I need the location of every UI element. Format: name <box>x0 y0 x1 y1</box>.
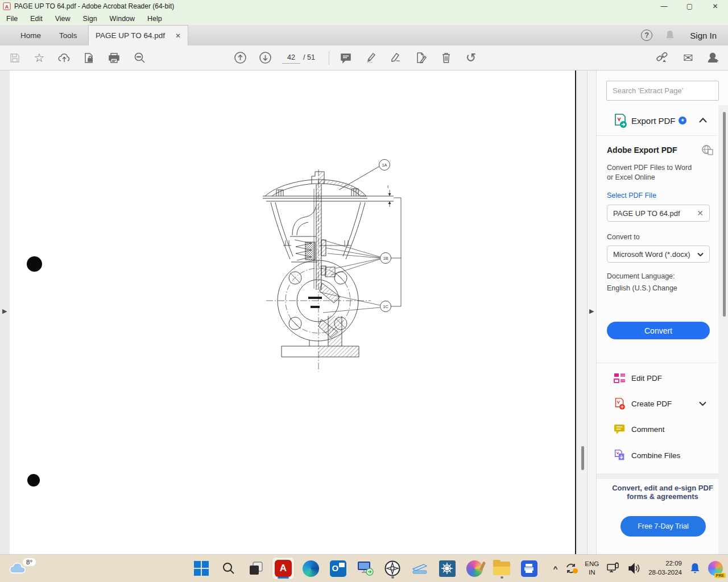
favorite-star-icon[interactable]: ☆ <box>31 45 48 70</box>
sidebar-item-edit-pdf[interactable]: Edit PDF <box>597 372 728 392</box>
volume-icon[interactable] <box>627 562 641 575</box>
comment-icon[interactable] <box>337 45 354 70</box>
export-pdf-label: Export PDF <box>631 116 676 126</box>
menu-help[interactable]: Help <box>141 15 168 23</box>
fill-sign-icon[interactable] <box>387 45 404 70</box>
windows-logo-icon <box>194 561 209 576</box>
export-pdf-icon <box>614 114 627 128</box>
free-trial-button[interactable]: Free 7-Day Trial <box>621 516 706 537</box>
sync-status-icon[interactable] <box>565 562 577 575</box>
edge-icon <box>303 560 319 577</box>
sidebar-item-combine-files[interactable]: Combine Files <box>597 450 728 469</box>
weather-temp: 8° <box>23 558 36 566</box>
drawing-label-1c: 1C <box>383 304 388 309</box>
menu-view[interactable]: View <box>49 15 77 23</box>
compass-app-icon <box>384 560 401 577</box>
menu-edit[interactable]: Edit <box>24 15 49 23</box>
format-value: Microsoft Word (*.docx) <box>613 250 690 259</box>
sidebar-item-create-pdf[interactable]: Create PDF <box>597 398 728 417</box>
export-pdf-header[interactable]: Export PDF ★ <box>597 113 728 131</box>
taskbar-file-explorer-button[interactable] <box>491 558 512 579</box>
tab-document[interactable]: PAGE UP TO 64.pdf ✕ <box>88 25 188 45</box>
sign-in-button[interactable]: Sign In <box>690 31 717 40</box>
share-link-icon[interactable] <box>653 45 671 70</box>
change-language-link[interactable]: Change <box>652 284 677 292</box>
file-explorer-icon <box>493 562 510 575</box>
print-icon[interactable] <box>105 45 122 70</box>
taskbar-scanner-button[interactable] <box>409 558 431 579</box>
tab-tools[interactable]: Tools <box>44 25 92 45</box>
document-scrollbar[interactable] <box>577 70 587 554</box>
doc-language-value: English (U.S.) <box>607 284 651 292</box>
system-tray: ^ ENG IN 22:09 28-03-2024 PRE <box>553 555 723 582</box>
edit-page-icon[interactable] <box>412 45 429 70</box>
taskbar-remote-desktop-button[interactable] <box>354 558 376 579</box>
taskbar-search-icon <box>222 562 235 575</box>
document-scrollbar-thumb[interactable] <box>581 446 584 470</box>
sidebar-item-comment[interactable]: Comment <box>597 423 728 443</box>
save-icon[interactable] <box>7 45 23 70</box>
nav-pane-expand-icon[interactable]: ▶ <box>2 307 7 315</box>
doc-language-label: Document Language: <box>607 272 675 280</box>
notifications-bell-icon[interactable] <box>665 30 675 41</box>
language-indicator[interactable]: ENG IN <box>585 560 599 577</box>
convert-button[interactable]: Convert <box>607 322 710 339</box>
panel-collapse-icon[interactable]: ▶ <box>589 307 594 315</box>
search-zoom-icon[interactable] <box>131 45 149 70</box>
tab-close-icon[interactable]: ✕ <box>175 32 181 40</box>
share-cloud-icon[interactable] <box>56 45 73 70</box>
tray-notification-bell-icon[interactable] <box>689 562 701 575</box>
promo-text-line1: Convert, edit and e-sign PDF <box>597 484 728 492</box>
taskbar-start-button[interactable] <box>191 558 212 579</box>
copilot-icon[interactable]: PRE <box>708 561 723 576</box>
delete-pages-icon[interactable] <box>437 45 454 70</box>
menu-sign[interactable]: Sign <box>77 15 104 23</box>
menu-file[interactable]: File <box>0 15 24 23</box>
taskbar-compass-app-button[interactable] <box>382 558 403 579</box>
previous-page-icon[interactable] <box>231 45 249 70</box>
select-pdf-file-link[interactable]: Select PDF File <box>607 191 656 201</box>
remove-file-icon[interactable]: ✕ <box>697 209 704 218</box>
taskbar-acrobat-button[interactable]: A <box>272 558 294 579</box>
tab-document-label: PAGE UP TO 64.pdf <box>96 31 165 40</box>
taskbar-paint-button[interactable] <box>464 558 485 579</box>
drawing-label-1b: 1B <box>383 256 388 261</box>
menu-window[interactable]: Window <box>104 15 141 23</box>
acrobat-taskbar-icon: A <box>275 560 292 577</box>
format-dropdown[interactable]: Microsoft Word (*.docx) <box>607 246 710 263</box>
weather-widget[interactable]: 8° <box>8 558 48 579</box>
selected-file-name: PAGE UP TO 64.pdf <box>613 209 680 218</box>
sidebar-scrollbar-thumb[interactable] <box>723 112 726 317</box>
help-icon[interactable]: ? <box>641 30 652 41</box>
email-icon[interactable]: ✉ <box>679 45 697 70</box>
tray-expand-icon[interactable]: ^ <box>553 564 558 573</box>
export-page-lock-icon[interactable] <box>80 45 97 70</box>
minimize-button[interactable]: — <box>651 0 677 13</box>
taskbar-edge-button[interactable] <box>300 558 321 579</box>
acrobat-app-icon: A <box>3 2 11 10</box>
create-pdf-chevron-icon[interactable] <box>699 401 706 406</box>
taskbar-search-button[interactable] <box>218 558 239 579</box>
clock-widget[interactable]: 22:09 28-03-2024 <box>648 559 682 577</box>
maximize-button[interactable]: ▢ <box>677 0 702 13</box>
network-icon[interactable] <box>606 562 620 575</box>
collapse-chevron-icon[interactable] <box>699 118 707 123</box>
sidebar-scrollbar[interactable] <box>718 105 728 554</box>
highlight-icon[interactable] <box>362 45 379 70</box>
acrobat-window: A PAGE UP TO 64.pdf - Adobe Acrobat Read… <box>0 0 728 582</box>
convert-to-label: Convert to <box>607 233 640 241</box>
dropdown-chevron-icon <box>697 252 704 256</box>
taskbar-outlook-button[interactable]: O <box>327 558 349 579</box>
page-count-label: / 51 <box>303 53 315 61</box>
next-page-icon[interactable] <box>257 45 274 70</box>
share-people-icon[interactable] <box>704 45 722 70</box>
taskbar: 8° A O <box>0 554 728 582</box>
rotate-page-icon[interactable]: ↺ <box>462 45 480 70</box>
page-number-input[interactable] <box>282 52 300 64</box>
close-button[interactable]: ✕ <box>702 0 728 13</box>
task-view-icon <box>249 561 263 576</box>
tools-search-input[interactable] <box>606 81 719 101</box>
taskbar-printer-app-button[interactable] <box>518 558 540 579</box>
taskbar-helm-app-button[interactable] <box>436 558 458 579</box>
taskbar-task-view-button[interactable] <box>245 558 267 579</box>
